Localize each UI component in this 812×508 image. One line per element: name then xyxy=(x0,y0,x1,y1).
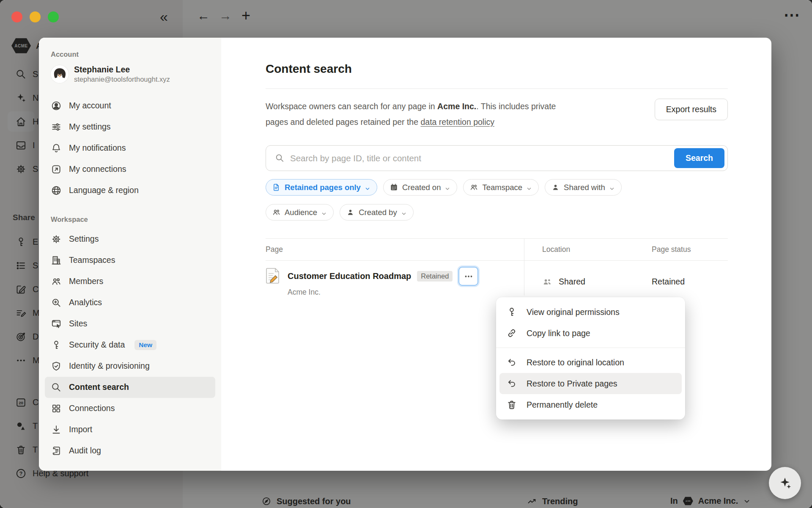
filter-chip-audience[interactable]: Audience xyxy=(266,204,334,221)
chevron-down-icon xyxy=(365,185,370,190)
page-title: Content search xyxy=(266,62,728,76)
account-section-header: Account xyxy=(45,50,215,58)
data-retention-policy-link[interactable]: data retention policy xyxy=(420,117,494,127)
search-button[interactable]: Search xyxy=(674,148,724,168)
nav-item-my-connections[interactable]: My connections xyxy=(45,159,215,180)
key-icon xyxy=(506,306,517,318)
location-value: Shared xyxy=(559,277,585,287)
gear-icon xyxy=(51,234,62,245)
people-icon xyxy=(51,276,62,287)
status-value: Retained xyxy=(647,277,728,287)
minimize-window-button[interactable] xyxy=(30,11,41,22)
nav-item-label: Settings xyxy=(69,234,99,244)
menu-item-label: Permanently delete xyxy=(527,400,598,410)
zoom-window-button[interactable] xyxy=(48,11,59,22)
filter-chip-label: Created on xyxy=(402,183,441,192)
menu-item-restore-original-location[interactable]: Restore to original location xyxy=(499,352,682,373)
filter-chip-created-by[interactable]: Created by xyxy=(340,204,414,221)
nav-item-content-search[interactable]: Content search xyxy=(45,377,215,398)
row-more-button[interactable] xyxy=(458,267,478,286)
person-circle-icon xyxy=(51,100,62,111)
arrow-up-right-box-icon xyxy=(51,164,62,175)
nav-item-import[interactable]: Import xyxy=(45,419,215,440)
menu-item-copy-link-to-page[interactable]: Copy link to page xyxy=(499,323,682,344)
bell-icon xyxy=(51,143,62,154)
nav-item-my-account[interactable]: My account xyxy=(45,95,215,116)
table-header: Page Location Page status xyxy=(266,238,728,261)
filter-chip-label: Created by xyxy=(359,208,397,217)
title-divider xyxy=(266,88,728,89)
column-divider xyxy=(524,238,524,295)
import-arrow-icon xyxy=(51,424,62,435)
shield-check-icon xyxy=(51,361,62,372)
filter-chip-teamspace[interactable]: Teamspace xyxy=(463,179,539,196)
filter-chips-row-1: Retained pages onlyCreated onTeamspaceSh… xyxy=(266,179,728,196)
nav-item-label: Import xyxy=(69,425,92,434)
column-location: Location xyxy=(524,245,647,254)
people-icon xyxy=(272,208,281,217)
menu-item-label: View original permissions xyxy=(527,307,620,317)
search-input[interactable] xyxy=(290,153,669,163)
account-user-row[interactable]: Stephanie Lee stephanie@toolsforthought.… xyxy=(45,58,215,88)
table-row[interactable]: Customer Education Roadmap Retained Acme… xyxy=(266,261,728,303)
menu-item-restore-private-pages[interactable]: Restore to Private pages xyxy=(499,373,682,394)
browser-cursor-icon xyxy=(51,318,62,329)
nav-item-label: My notifications xyxy=(69,143,126,153)
page-document-icon xyxy=(266,268,280,284)
filter-chip-created-on[interactable]: Created on xyxy=(383,179,458,196)
undo-icon xyxy=(506,357,517,368)
nav-item-teamspaces[interactable]: Teamspaces xyxy=(45,250,215,271)
chevron-down-icon xyxy=(609,185,615,190)
filter-chip-label: Teamspace xyxy=(482,183,522,192)
chevron-down-icon xyxy=(321,210,327,215)
filter-chip-label: Retained pages only xyxy=(285,183,361,192)
close-window-button[interactable] xyxy=(11,11,22,22)
doc-file-icon xyxy=(272,183,281,192)
menu-item-label: Copy link to page xyxy=(527,329,590,338)
nav-item-analytics[interactable]: Analytics xyxy=(45,292,215,313)
nav-item-security-data[interactable]: Security & dataNew xyxy=(45,334,215,356)
page-row-subtitle: Acme Inc. xyxy=(288,288,478,297)
nav-item-audit-log[interactable]: Audit log xyxy=(45,440,215,461)
column-page-status: Page status xyxy=(647,245,728,254)
menu-separator xyxy=(496,348,685,348)
nav-item-label: Analytics xyxy=(69,298,102,307)
search-icon xyxy=(51,382,62,393)
grid-4-icon xyxy=(51,403,62,414)
export-results-button[interactable]: Export results xyxy=(655,99,728,120)
menu-item-view-original-permissions[interactable]: View original permissions xyxy=(499,301,682,323)
trash-icon xyxy=(506,399,517,410)
nav-item-label: Content search xyxy=(69,382,129,392)
nav-item-connections[interactable]: Connections xyxy=(45,398,215,419)
nav-item-members[interactable]: Members xyxy=(45,271,215,292)
chevron-down-icon xyxy=(526,185,532,190)
filter-chip-retained-pages-only[interactable]: Retained pages only xyxy=(266,179,377,196)
people-icon xyxy=(469,183,478,192)
description-text: Workspace owners can search for any page… xyxy=(266,99,566,130)
nav-item-label: Language & region xyxy=(69,185,139,195)
menu-item-permanently-delete[interactable]: Permanently delete xyxy=(499,394,682,415)
nav-item-language-region[interactable]: Language & region xyxy=(45,180,215,201)
dots-horizontal-icon xyxy=(464,271,474,282)
nav-item-label: Security & data xyxy=(69,340,125,350)
filter-chip-label: Audience xyxy=(285,208,317,217)
workspace-section-header: Workspace xyxy=(45,215,215,224)
nav-item-my-notifications[interactable]: My notifications xyxy=(45,138,215,159)
filter-chip-shared-with[interactable]: Shared with xyxy=(545,179,622,196)
calendar-icon xyxy=(390,183,398,192)
sparkle-icon xyxy=(778,476,792,490)
person-icon xyxy=(551,183,560,192)
nav-item-label: Connections xyxy=(69,403,115,413)
avatar xyxy=(51,65,69,83)
menu-item-label: Restore to Private pages xyxy=(527,379,617,389)
search-icon xyxy=(275,153,285,163)
chevron-down-icon xyxy=(444,185,450,190)
nav-item-identity-provisioning[interactable]: Identity & provisioning xyxy=(45,356,215,377)
person-icon xyxy=(346,208,355,217)
nav-item-my-settings[interactable]: My settings xyxy=(45,116,215,138)
nav-item-sites[interactable]: Sites xyxy=(45,313,215,334)
undo-icon xyxy=(506,378,517,389)
ai-fab-button[interactable] xyxy=(769,467,801,499)
nav-item-settings[interactable]: Settings xyxy=(45,229,215,250)
nav-item-label: Identity & provisioning xyxy=(69,361,150,371)
